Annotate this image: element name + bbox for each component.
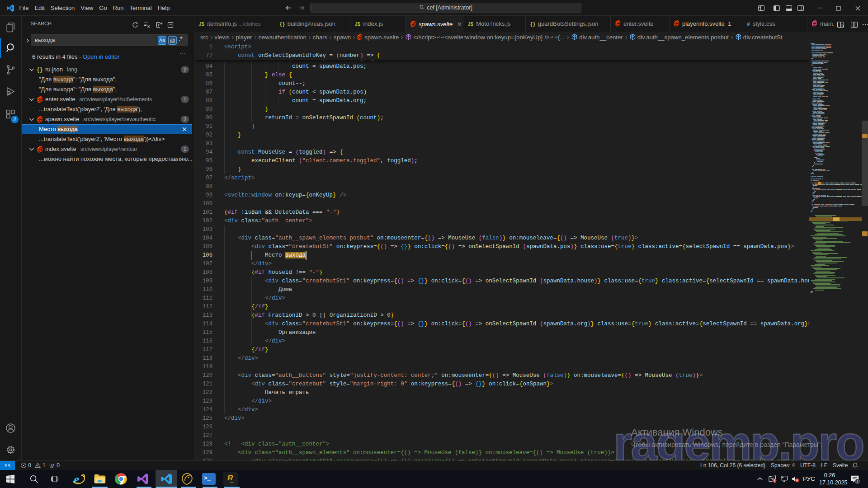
svg-text:e: e	[74, 472, 79, 486]
svg-text:1: 1	[856, 479, 858, 483]
